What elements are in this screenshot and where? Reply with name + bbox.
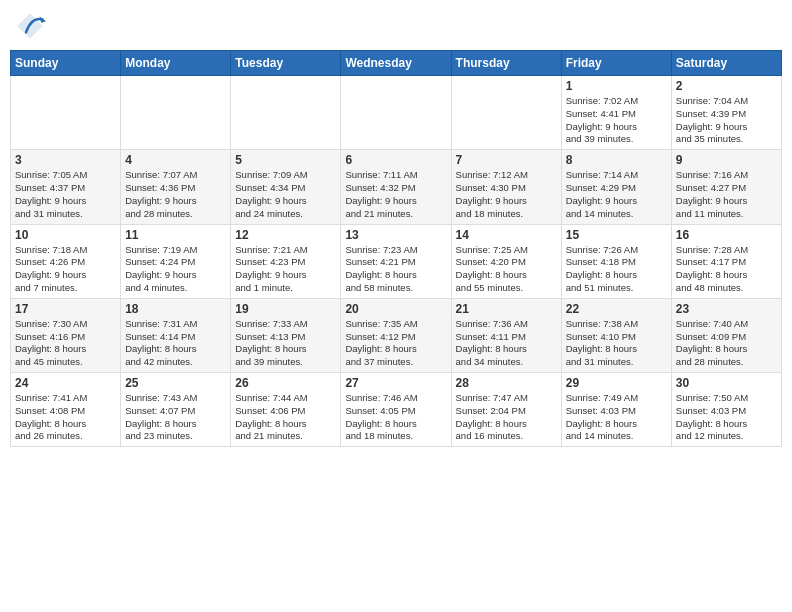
day-number: 6: [345, 153, 446, 167]
calendar-header-friday: Friday: [561, 51, 671, 76]
calendar-cell: 17Sunrise: 7:30 AMSunset: 4:16 PMDayligh…: [11, 298, 121, 372]
day-number: 11: [125, 228, 226, 242]
calendar-cell: 5Sunrise: 7:09 AMSunset: 4:34 PMDaylight…: [231, 150, 341, 224]
calendar-cell: 21Sunrise: 7:36 AMSunset: 4:11 PMDayligh…: [451, 298, 561, 372]
calendar-cell: 19Sunrise: 7:33 AMSunset: 4:13 PMDayligh…: [231, 298, 341, 372]
calendar-header-tuesday: Tuesday: [231, 51, 341, 76]
calendar-cell: 29Sunrise: 7:49 AMSunset: 4:03 PMDayligh…: [561, 373, 671, 447]
svg-marker-2: [40, 16, 46, 22]
day-info: Sunrise: 7:12 AMSunset: 4:30 PMDaylight:…: [456, 169, 557, 220]
day-number: 3: [15, 153, 116, 167]
day-info: Sunrise: 7:09 AMSunset: 4:34 PMDaylight:…: [235, 169, 336, 220]
day-number: 14: [456, 228, 557, 242]
day-info: Sunrise: 7:46 AMSunset: 4:05 PMDaylight:…: [345, 392, 446, 443]
calendar-cell: 7Sunrise: 7:12 AMSunset: 4:30 PMDaylight…: [451, 150, 561, 224]
logo-icon: [14, 10, 46, 42]
day-info: Sunrise: 7:02 AMSunset: 4:41 PMDaylight:…: [566, 95, 667, 146]
calendar-header-monday: Monday: [121, 51, 231, 76]
calendar-header-wednesday: Wednesday: [341, 51, 451, 76]
day-info: Sunrise: 7:31 AMSunset: 4:14 PMDaylight:…: [125, 318, 226, 369]
day-number: 10: [15, 228, 116, 242]
day-number: 2: [676, 79, 777, 93]
day-info: Sunrise: 7:25 AMSunset: 4:20 PMDaylight:…: [456, 244, 557, 295]
calendar-cell: 11Sunrise: 7:19 AMSunset: 4:24 PMDayligh…: [121, 224, 231, 298]
day-number: 16: [676, 228, 777, 242]
day-number: 1: [566, 79, 667, 93]
calendar-cell: 14Sunrise: 7:25 AMSunset: 4:20 PMDayligh…: [451, 224, 561, 298]
day-number: 7: [456, 153, 557, 167]
calendar-cell: 27Sunrise: 7:46 AMSunset: 4:05 PMDayligh…: [341, 373, 451, 447]
calendar-header-thursday: Thursday: [451, 51, 561, 76]
calendar-cell: 26Sunrise: 7:44 AMSunset: 4:06 PMDayligh…: [231, 373, 341, 447]
calendar-cell: 22Sunrise: 7:38 AMSunset: 4:10 PMDayligh…: [561, 298, 671, 372]
day-info: Sunrise: 7:40 AMSunset: 4:09 PMDaylight:…: [676, 318, 777, 369]
day-info: Sunrise: 7:16 AMSunset: 4:27 PMDaylight:…: [676, 169, 777, 220]
day-info: Sunrise: 7:49 AMSunset: 4:03 PMDaylight:…: [566, 392, 667, 443]
day-number: 17: [15, 302, 116, 316]
calendar-cell: [341, 76, 451, 150]
calendar-cell: 9Sunrise: 7:16 AMSunset: 4:27 PMDaylight…: [671, 150, 781, 224]
day-number: 15: [566, 228, 667, 242]
day-info: Sunrise: 7:47 AMSunset: 2:04 PMDaylight:…: [456, 392, 557, 443]
day-info: Sunrise: 7:14 AMSunset: 4:29 PMDaylight:…: [566, 169, 667, 220]
calendar-cell: 3Sunrise: 7:05 AMSunset: 4:37 PMDaylight…: [11, 150, 121, 224]
day-number: 12: [235, 228, 336, 242]
day-info: Sunrise: 7:36 AMSunset: 4:11 PMDaylight:…: [456, 318, 557, 369]
calendar-cell: 2Sunrise: 7:04 AMSunset: 4:39 PMDaylight…: [671, 76, 781, 150]
day-info: Sunrise: 7:05 AMSunset: 4:37 PMDaylight:…: [15, 169, 116, 220]
day-info: Sunrise: 7:26 AMSunset: 4:18 PMDaylight:…: [566, 244, 667, 295]
calendar-cell: 30Sunrise: 7:50 AMSunset: 4:03 PMDayligh…: [671, 373, 781, 447]
calendar-cell: 28Sunrise: 7:47 AMSunset: 2:04 PMDayligh…: [451, 373, 561, 447]
day-number: 29: [566, 376, 667, 390]
day-number: 18: [125, 302, 226, 316]
day-number: 22: [566, 302, 667, 316]
calendar-header-saturday: Saturday: [671, 51, 781, 76]
day-number: 19: [235, 302, 336, 316]
calendar-header-sunday: Sunday: [11, 51, 121, 76]
calendar-cell: 8Sunrise: 7:14 AMSunset: 4:29 PMDaylight…: [561, 150, 671, 224]
day-number: 13: [345, 228, 446, 242]
calendar-cell: 18Sunrise: 7:31 AMSunset: 4:14 PMDayligh…: [121, 298, 231, 372]
day-info: Sunrise: 7:11 AMSunset: 4:32 PMDaylight:…: [345, 169, 446, 220]
calendar-cell: 24Sunrise: 7:41 AMSunset: 4:08 PMDayligh…: [11, 373, 121, 447]
calendar-cell: 4Sunrise: 7:07 AMSunset: 4:36 PMDaylight…: [121, 150, 231, 224]
calendar-cell: [451, 76, 561, 150]
day-number: 20: [345, 302, 446, 316]
logo: [14, 10, 50, 42]
day-number: 9: [676, 153, 777, 167]
day-number: 8: [566, 153, 667, 167]
calendar-cell: [11, 76, 121, 150]
calendar-cell: 13Sunrise: 7:23 AMSunset: 4:21 PMDayligh…: [341, 224, 451, 298]
day-number: 24: [15, 376, 116, 390]
calendar-cell: 20Sunrise: 7:35 AMSunset: 4:12 PMDayligh…: [341, 298, 451, 372]
day-info: Sunrise: 7:30 AMSunset: 4:16 PMDaylight:…: [15, 318, 116, 369]
day-info: Sunrise: 7:28 AMSunset: 4:17 PMDaylight:…: [676, 244, 777, 295]
page-header: [10, 10, 782, 42]
day-number: 28: [456, 376, 557, 390]
day-info: Sunrise: 7:33 AMSunset: 4:13 PMDaylight:…: [235, 318, 336, 369]
day-info: Sunrise: 7:04 AMSunset: 4:39 PMDaylight:…: [676, 95, 777, 146]
day-info: Sunrise: 7:44 AMSunset: 4:06 PMDaylight:…: [235, 392, 336, 443]
day-info: Sunrise: 7:23 AMSunset: 4:21 PMDaylight:…: [345, 244, 446, 295]
day-number: 30: [676, 376, 777, 390]
calendar-cell: 12Sunrise: 7:21 AMSunset: 4:23 PMDayligh…: [231, 224, 341, 298]
day-info: Sunrise: 7:38 AMSunset: 4:10 PMDaylight:…: [566, 318, 667, 369]
day-info: Sunrise: 7:21 AMSunset: 4:23 PMDaylight:…: [235, 244, 336, 295]
calendar-cell: [121, 76, 231, 150]
calendar-cell: 6Sunrise: 7:11 AMSunset: 4:32 PMDaylight…: [341, 150, 451, 224]
calendar-cell: 1Sunrise: 7:02 AMSunset: 4:41 PMDaylight…: [561, 76, 671, 150]
day-info: Sunrise: 7:18 AMSunset: 4:26 PMDaylight:…: [15, 244, 116, 295]
day-info: Sunrise: 7:19 AMSunset: 4:24 PMDaylight:…: [125, 244, 226, 295]
day-info: Sunrise: 7:07 AMSunset: 4:36 PMDaylight:…: [125, 169, 226, 220]
day-info: Sunrise: 7:41 AMSunset: 4:08 PMDaylight:…: [15, 392, 116, 443]
day-number: 5: [235, 153, 336, 167]
day-number: 4: [125, 153, 226, 167]
calendar: SundayMondayTuesdayWednesdayThursdayFrid…: [10, 50, 782, 447]
calendar-cell: 16Sunrise: 7:28 AMSunset: 4:17 PMDayligh…: [671, 224, 781, 298]
calendar-cell: 25Sunrise: 7:43 AMSunset: 4:07 PMDayligh…: [121, 373, 231, 447]
calendar-cell: 15Sunrise: 7:26 AMSunset: 4:18 PMDayligh…: [561, 224, 671, 298]
day-info: Sunrise: 7:50 AMSunset: 4:03 PMDaylight:…: [676, 392, 777, 443]
day-number: 25: [125, 376, 226, 390]
day-number: 26: [235, 376, 336, 390]
day-number: 21: [456, 302, 557, 316]
